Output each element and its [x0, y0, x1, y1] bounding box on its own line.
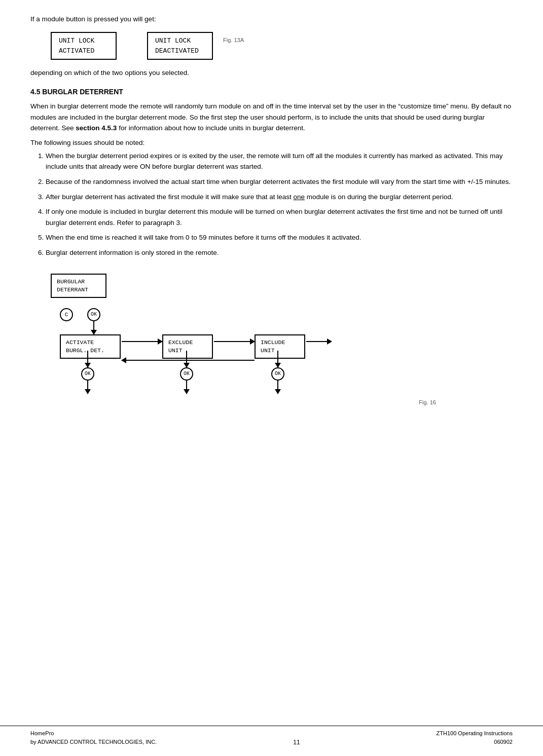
unit-lock-deactivated-box: UNIT LOCK DEACTIVATED: [147, 32, 213, 60]
activate-line1: ACTIVATE: [66, 338, 115, 347]
depending-text: depending on which of the two options yo…: [30, 69, 513, 77]
activate-line2: BURGL. DET.: [66, 347, 115, 355]
arrow-right-2: [214, 341, 255, 342]
para1-bold: section 4.5.3: [76, 124, 117, 132]
arrow-right-1: [122, 341, 162, 342]
include-unit-box: INCLUDE UNIT: [255, 334, 305, 359]
page-number: 11: [293, 739, 300, 746]
c-circle: C: [60, 308, 73, 321]
noted-intro: The following issues should be noted:: [30, 139, 513, 146]
section45-para1: When in burglar deterrent mode the remot…: [30, 101, 513, 134]
product-name: HomePro: [30, 729, 157, 738]
exclude-line2: UNIT: [168, 347, 207, 355]
list-item: When the burglar deterrent period expire…: [46, 150, 513, 172]
section45-heading: 4.5 BURGLAR DETERRENT: [30, 88, 513, 96]
arrow-down-2: [87, 351, 88, 367]
doc-number: 060902: [437, 738, 513, 746]
include-line2: UNIT: [261, 347, 299, 355]
exclude-line1: EXCLUDE: [168, 338, 207, 347]
arrow-down-3: [186, 351, 187, 367]
list-item: After burglar deterrent has activated th…: [46, 192, 513, 203]
box1-line1: UNIT LOCK: [59, 36, 108, 46]
burglar-list: When the burglar deterrent period expire…: [46, 150, 513, 258]
burglar-deterrant-box: BURGULAR DETERRANT: [51, 274, 106, 298]
list-item: Burglar deterrent information is only st…: [46, 247, 513, 258]
box2-line1: UNIT LOCK: [155, 36, 205, 46]
burglar-line2: DETERRANT: [57, 286, 100, 294]
company-name: by ADVANCED CONTROL TECHNOLOGIES, INC.: [30, 738, 157, 746]
box1-line2: ACTIVATED: [59, 46, 108, 56]
fig16-label: Fig. 16: [419, 399, 436, 405]
footer-left: HomePro by ADVANCED CONTROL TECHNOLOGIES…: [30, 729, 157, 746]
arrow-right-3: [306, 341, 332, 342]
list-item: If only one module is included in burgla…: [46, 206, 513, 228]
burglar-line1: BURGULAR: [57, 278, 100, 286]
flow-diagram: BURGULAR DETERRANT C OK ACTIVATE BURGL. …: [51, 274, 436, 405]
arrow-down-ok3: [186, 381, 187, 394]
list-item: Because of the randomness involved the a…: [46, 176, 513, 187]
fig13a-label: Fig. 13A: [223, 37, 244, 43]
underline-one: one: [293, 193, 305, 201]
unit-lock-activated-box: UNIT LOCK ACTIVATED: [51, 32, 117, 60]
fig13a-row: UNIT LOCK ACTIVATED UNIT LOCK DEACTIVATE…: [51, 32, 513, 60]
para1-end: for information about how to include uni…: [119, 124, 305, 132]
ok-circle-2: OK: [81, 367, 94, 381]
ok-circle-3: OK: [180, 367, 193, 381]
exclude-unit-box: EXCLUDE UNIT: [162, 334, 213, 359]
arrow-down-ok2: [87, 381, 88, 394]
footer-right: ZTH100 Operating Instructions 060902: [437, 729, 513, 746]
doc-title: ZTH100 Operating Instructions: [437, 729, 513, 738]
include-line1: INCLUDE: [261, 338, 299, 347]
list-item: When the end time is reached it will tak…: [46, 232, 513, 243]
arrow-down-ok4: [277, 381, 278, 394]
arrow-down-1: [93, 321, 94, 334]
intro-text: If a module button is pressed you will g…: [30, 15, 513, 23]
ok-circle-1: OK: [87, 308, 100, 321]
box2-line2: DEACTIVATED: [155, 46, 205, 56]
arrow-down-4: [277, 351, 278, 367]
footer: HomePro by ADVANCED CONTROL TECHNOLOGIES…: [0, 726, 543, 746]
ok-circle-4: OK: [271, 367, 284, 381]
return-arrow: [122, 360, 255, 361]
activate-box: ACTIVATE BURGL. DET.: [60, 334, 121, 359]
